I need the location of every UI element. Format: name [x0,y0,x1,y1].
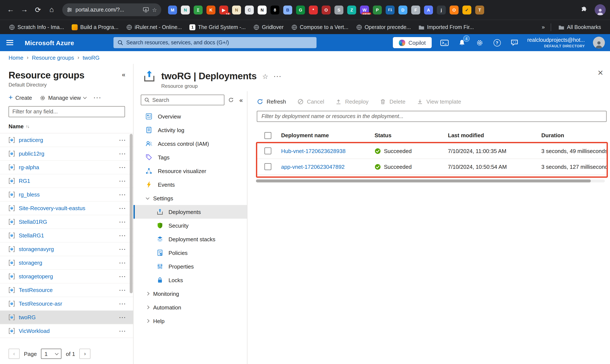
forward-icon[interactable]: → [18,3,31,16]
list-item[interactable]: Stella01RG··· [0,215,133,229]
column-header[interactable]: Duration [541,132,607,139]
row-checkbox[interactable] [264,163,271,170]
list-item[interactable]: storagerg··· [0,256,133,270]
extension-icon[interactable]: T [475,5,484,14]
more-commands-icon[interactable]: ··· [94,95,102,101]
extension-icon[interactable]: P [373,5,382,14]
notion-extension-icon[interactable]: N [258,5,267,14]
all-bookmarks-button[interactable]: All Bookmarks [555,22,605,32]
list-item[interactable]: storagenavyrg··· [0,243,133,256]
resource-group-link[interactable]: StellaRG1 [19,232,113,239]
menu-item-policies[interactable]: Policies [134,246,247,260]
cloud-shell-icon[interactable] [440,38,449,47]
row-more-icon[interactable]: ··· [117,314,129,320]
list-item[interactable]: VicWorkload··· [0,324,133,338]
row-more-icon[interactable]: ··· [117,205,129,211]
azure-brand[interactable]: Microsoft Azure [25,39,74,46]
row-more-icon[interactable]: ··· [117,233,129,238]
extension-icon[interactable]: C [245,5,254,14]
deployment-filter-input[interactable] [257,111,607,122]
resource-group-link[interactable]: RG1 [19,178,113,184]
list-item[interactable]: rg-alpha··· [0,161,133,174]
table-row[interactable]: app-vnet-1720623047892 Succeeded 7/10/20… [257,159,607,175]
menu-search-input[interactable] [152,97,221,103]
delete-button[interactable]: Delete [380,98,406,105]
resource-group-link[interactable]: rg_bless [19,191,113,198]
vertical-scrollbar[interactable] [130,134,133,293]
back-icon[interactable]: ← [4,3,17,16]
menu-group-help[interactable]: Help [134,314,247,328]
menu-search[interactable] [141,95,224,105]
extension-icon[interactable]: 8 [271,5,279,14]
close-blade-icon[interactable]: × [598,68,603,78]
previous-page-button[interactable]: ‹ [9,349,20,359]
account-info[interactable]: realcloudprojects@hot... DEFAULT DIRECTO… [527,37,585,48]
list-item[interactable]: StellaRG1··· [0,229,133,243]
extension-icon[interactable]: ✓ [462,5,471,14]
list-item[interactable]: TestResource··· [0,284,133,297]
extension-icon[interactable]: O [322,5,331,14]
resource-group-link[interactable]: TestResource [19,287,113,293]
bookmarks-overflow-icon[interactable]: » [538,24,547,30]
extension-icon[interactable]: j [437,5,446,14]
row-more-icon[interactable]: ··· [117,246,129,252]
menu-item-security[interactable]: Security [134,219,247,232]
favorite-star-icon[interactable]: ☆ [262,72,268,80]
notifications-bell-icon[interactable]: 4 [457,38,467,47]
extension-icon[interactable]: M [168,5,177,14]
list-item[interactable]: Site-Recovery-vault-eastus··· [0,202,133,215]
extension-icon[interactable]: B [283,5,292,14]
menu-group-automation[interactable]: Automation [134,300,247,314]
select-all-checkbox[interactable] [264,132,271,139]
extension-icon[interactable]: F1 [386,5,394,14]
menu-item-activity-log[interactable]: Activity log [134,123,247,137]
list-item[interactable]: practicerg··· [0,133,133,147]
view-template-button[interactable]: View template [417,98,461,105]
menu-item-properties[interactable]: Properties [134,260,247,273]
resource-group-link[interactable]: practicerg [19,137,113,143]
row-more-icon[interactable]: ··· [117,219,129,225]
list-item[interactable]: rg_bless··· [0,188,133,202]
feedback-icon[interactable] [510,38,519,47]
row-more-icon[interactable]: ··· [117,260,129,266]
row-more-icon[interactable]: ··· [117,301,129,307]
extension-icon[interactable]: K [206,5,216,14]
filter-field-input[interactable] [9,106,125,117]
list-item[interactable]: storagetoperg··· [0,270,133,284]
resource-group-link[interactable]: storagenavyrg [19,246,113,252]
extension-icon[interactable]: N [232,5,241,14]
bookmark-item[interactable]: Imported From Fir... [415,22,478,32]
bookmark-item[interactable]: Build a Progra... [68,22,122,32]
address-bar[interactable]: portal.azure.com/?... ☆ [62,3,161,16]
menu-item-resource-visualizer[interactable]: Resource visualizer [134,164,247,178]
horizontal-scrollbar[interactable] [256,180,605,182]
row-more-icon[interactable]: ··· [117,164,129,170]
browser-profile-avatar[interactable] [595,4,606,15]
azure-search[interactable] [113,37,316,48]
row-more-icon[interactable]: ··· [117,151,129,157]
extension-icon[interactable]: ▶18 [219,5,228,14]
resource-group-link[interactable]: rg-alpha [19,164,113,170]
collapse-panel-icon[interactable]: « [120,70,126,79]
bookmark-item[interactable]: Compose to a Vert... [287,22,352,32]
menu-item-access-control[interactable]: Access control (IAM) [134,137,247,150]
extension-icon[interactable]: * [309,5,318,14]
scrollbar-thumb[interactable] [256,180,591,182]
account-avatar[interactable] [593,37,605,49]
bookmark-item[interactable]: iRuler.net - Online... [122,22,186,32]
next-page-button[interactable]: › [79,349,90,359]
menu-item-locks[interactable]: Locks [134,273,247,287]
row-more-icon[interactable]: ··· [117,137,129,143]
row-checkbox[interactable] [264,147,271,154]
copilot-button[interactable]: Copilot [393,37,432,48]
menu-item-tags[interactable]: Tags [134,150,247,164]
extension-icon[interactable]: A [424,5,433,14]
deployment-link[interactable]: app-vnet-1720623047892 [281,163,375,170]
extension-icon[interactable]: Σ [194,5,203,14]
extension-icon[interactable]: O [450,5,459,14]
column-header[interactable]: Last modified [448,132,541,139]
extension-icon[interactable]: WNEW [360,5,369,14]
table-row[interactable]: Hub-vnet-1720623628938 Succeeded 7/10/20… [257,143,607,159]
resource-group-link[interactable]: public12rg [19,150,113,157]
extension-icon[interactable]: S [334,5,343,14]
